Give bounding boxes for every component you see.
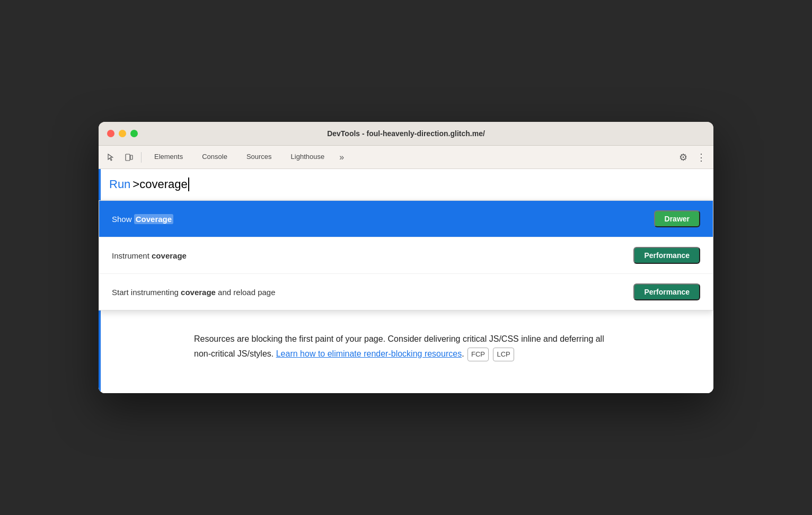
- tab-lighthouse[interactable]: Lighthouse: [283, 146, 333, 169]
- suggestion-show-coverage[interactable]: Show Coverage Drawer: [99, 201, 713, 237]
- device-icon: [125, 153, 133, 162]
- toolbar-separator-1: [141, 152, 142, 163]
- content-paragraph: Resources are blocking the first paint o…: [194, 332, 618, 361]
- performance-badge-1[interactable]: Performance: [633, 247, 700, 264]
- suggestion-instrument-coverage[interactable]: Instrument coverage Performance: [99, 237, 713, 273]
- tab-sources[interactable]: Sources: [238, 146, 280, 169]
- maximize-button[interactable]: [130, 130, 138, 137]
- close-button[interactable]: [107, 130, 114, 137]
- lcp-tag: LCP: [493, 348, 514, 361]
- text-cursor: [188, 177, 189, 191]
- svg-rect-0: [126, 154, 130, 161]
- tab-console[interactable]: Console: [193, 146, 236, 169]
- settings-button[interactable]: ⚙: [675, 149, 691, 165]
- suggestion-label-show-coverage: Show Coverage: [112, 215, 173, 224]
- command-input-value[interactable]: >coverage: [133, 177, 187, 191]
- dots-icon: ⋮: [696, 152, 707, 163]
- tab-elements[interactable]: Elements: [146, 146, 191, 169]
- traffic-lights: [107, 130, 138, 137]
- suggestions-dropdown: Show Coverage Drawer Instrument coverage…: [99, 200, 713, 310]
- suggestion-label-instrument-coverage: Instrument coverage: [112, 251, 187, 260]
- content-after-link: .: [462, 349, 466, 358]
- more-options-button[interactable]: ⋮: [693, 149, 709, 165]
- learn-more-link[interactable]: Learn how to eliminate render-blocking r…: [276, 349, 462, 358]
- more-tabs-button[interactable]: »: [335, 153, 348, 162]
- command-input-line: Run >coverage: [109, 177, 703, 191]
- window-title: DevTools - foul-heavenly-direction.glitc…: [327, 129, 485, 138]
- inspect-element-button[interactable]: [103, 149, 119, 165]
- cursor-icon: [107, 153, 115, 162]
- minimize-button[interactable]: [119, 130, 126, 137]
- suggestion-label-start-instrumenting: Start instrumenting coverage and reload …: [112, 288, 276, 297]
- device-toggle-button[interactable]: [121, 149, 137, 165]
- performance-badge-2[interactable]: Performance: [633, 283, 700, 300]
- suggestion-start-instrumenting[interactable]: Start instrumenting coverage and reload …: [99, 273, 713, 310]
- main-content: Run >coverage Show Coverage Drawer Instr…: [99, 169, 713, 393]
- settings-icon: ⚙: [679, 152, 687, 163]
- svg-rect-1: [130, 155, 133, 159]
- fcp-tag: FCP: [467, 348, 489, 361]
- devtools-window: DevTools - foul-heavenly-direction.glitc…: [99, 122, 713, 393]
- toolbar: Elements Console Sources Lighthouse » ⚙ …: [99, 146, 713, 169]
- command-input-container: Run >coverage: [99, 169, 713, 200]
- run-label: Run: [109, 177, 130, 191]
- drawer-badge[interactable]: Drawer: [654, 210, 700, 227]
- content-area: Resources are blocking the first paint o…: [99, 310, 713, 393]
- title-bar: DevTools - foul-heavenly-direction.glitc…: [99, 122, 713, 146]
